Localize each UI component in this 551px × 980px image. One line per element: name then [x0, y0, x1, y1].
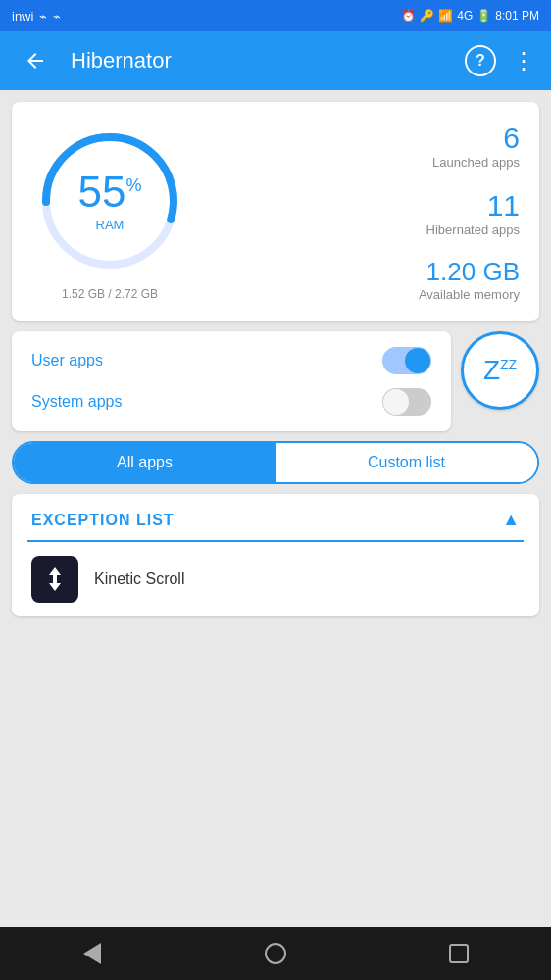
battery-icon: 🔋 [476, 9, 491, 23]
controls-row: User apps System apps ZZZ [12, 331, 539, 431]
tab-switcher: All apps Custom list [12, 441, 539, 484]
back-button[interactable] [16, 41, 55, 80]
back-nav-button[interactable] [73, 934, 112, 973]
ram-percent-value: 55% [78, 171, 142, 214]
help-button[interactable]: ? [465, 45, 496, 76]
system-apps-toggle[interactable] [382, 388, 431, 416]
system-apps-label: System apps [31, 393, 122, 411]
launched-count: 6 [208, 122, 520, 155]
hibernated-count: 11 [208, 189, 520, 222]
app-title: Hibernator [71, 48, 465, 74]
hibernated-label: Hibernated apps [208, 222, 520, 237]
hibernated-apps-stat: 11 Hibernated apps [208, 189, 520, 237]
recent-nav-icon [449, 944, 469, 963]
home-nav-icon [265, 943, 286, 964]
status-bar: inwi ⌁ ⌁ ⏰ 🔑 📶 4G 🔋 8:01 PM [0, 0, 551, 31]
stats-card: 55% RAM 1.52 GB / 2.72 GB 6 Launched app… [12, 102, 539, 321]
available-memory-stat: 1.20 GB Available memory [208, 257, 520, 302]
sleep-icon: ZZZ [483, 355, 517, 386]
carrier-label: inwi [12, 9, 33, 24]
status-right: ⏰ 🔑 📶 4G 🔋 8:01 PM [401, 9, 539, 23]
stats-right: 6 Launched apps 11 Hibernated apps 1.20 … [208, 122, 520, 302]
ram-label: RAM [96, 218, 125, 232]
status-left: inwi ⌁ ⌁ [12, 9, 61, 24]
list-item: Kinetic Scroll [12, 542, 539, 616]
exception-title: Exception List [31, 512, 175, 529]
exception-card: Exception List ▲ Kinetic Scroll [12, 494, 539, 616]
main-content: 55% RAM 1.52 GB / 2.72 GB 6 Launched app… [0, 90, 551, 927]
svg-rect-4 [53, 575, 57, 583]
toggles-card: User apps System apps [12, 331, 451, 431]
app-icon [31, 556, 78, 603]
signal-icon: 4G [457, 9, 473, 23]
user-apps-toggle[interactable] [382, 347, 431, 374]
ram-text: 55% RAM [78, 171, 142, 232]
app-bar: Hibernator ? ⋮ [0, 31, 551, 90]
back-nav-icon [83, 943, 101, 964]
launched-apps-stat: 6 Launched apps [208, 122, 520, 170]
usb2-icon: ⌁ [53, 9, 61, 24]
home-nav-button[interactable] [256, 934, 295, 973]
app-name: Kinetic Scroll [94, 570, 184, 588]
ram-gb: 1.52 GB / 2.72 GB [62, 287, 158, 301]
more-button[interactable]: ⋮ [512, 47, 535, 74]
key-icon: 🔑 [420, 9, 434, 23]
wifi-icon: 📶 [438, 9, 453, 23]
recent-nav-button[interactable] [439, 934, 478, 973]
exception-chevron[interactable]: ▲ [502, 510, 520, 530]
system-apps-row: System apps [31, 388, 431, 416]
user-apps-row: User apps [31, 347, 431, 374]
user-apps-label: User apps [31, 352, 103, 369]
sleep-button[interactable]: ZZZ [461, 331, 539, 410]
launched-label: Launched apps [208, 155, 520, 170]
time-label: 8:01 PM [495, 9, 539, 23]
ram-circle: 55% RAM [31, 122, 188, 279]
all-apps-tab[interactable]: All apps [14, 443, 276, 482]
available-memory-value: 1.20 GB [208, 257, 520, 287]
exception-header: Exception List ▲ [12, 494, 539, 540]
available-memory-label: Available memory [208, 287, 520, 302]
usb-icon: ⌁ [39, 9, 47, 24]
custom-list-tab[interactable]: Custom list [276, 443, 537, 482]
bottom-nav [0, 927, 551, 980]
app-bar-icons: ? ⋮ [465, 45, 535, 76]
alarm-icon: ⏰ [401, 9, 416, 23]
